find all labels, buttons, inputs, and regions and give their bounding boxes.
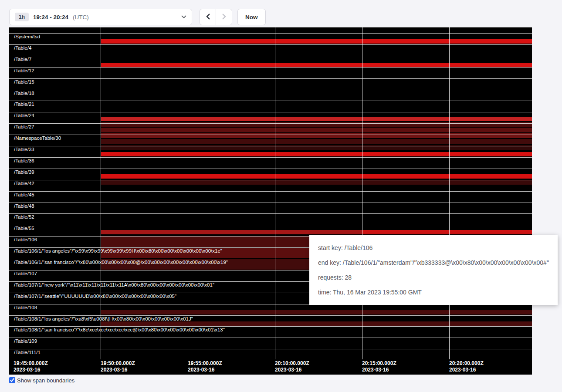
row-label: /Table/108/1/"los angeles"/"\xa8\xf5\u00… (14, 316, 193, 322)
heat-band (362, 230, 532, 234)
x-axis-time: 20:10:00.000Z (275, 360, 309, 367)
show-span-boundaries-label: Show span boundaries (17, 377, 74, 384)
span-boundary-line (9, 90, 532, 90)
span-boundary-line (9, 135, 532, 135)
heat-band (101, 310, 532, 314)
time-range-select[interactable]: 1h 19:24 - 20:24 (UTC) (9, 9, 192, 25)
row-label: /Table/42 (14, 181, 34, 186)
time-range-text: 19:24 - 20:24 (33, 14, 68, 20)
x-axis-time: 20:20:00.000Z (449, 360, 484, 367)
x-axis-label: 20:20:00.000Z2023-03-16 (449, 360, 484, 373)
span-boundary-line (9, 203, 532, 203)
span-boundary-line (9, 157, 532, 158)
span-boundary-line (9, 349, 532, 349)
span-boundary-line (9, 44, 532, 45)
x-axis-label: 19:50:00.000Z2023-03-16 (101, 360, 135, 373)
span-boundary-line (9, 67, 532, 68)
heat-band (101, 133, 532, 138)
heat-band (101, 128, 532, 132)
heat-band (101, 39, 532, 44)
row-label: /NamespaceTable/30 (14, 135, 61, 141)
time-zone-text: (UTC) (73, 14, 89, 20)
now-button[interactable]: Now (237, 9, 266, 25)
duration-badge: 1h (15, 13, 29, 21)
span-tooltip: start key: /Table/106 end key: /Table/10… (309, 235, 558, 305)
span-boundaries-control: Show span boundaries (9, 377, 74, 384)
time-bucket-line (362, 27, 362, 359)
heat-band (101, 139, 532, 144)
show-span-boundaries-checkbox[interactable] (9, 377, 15, 383)
row-label: /System/tsd (14, 34, 40, 40)
tooltip-end-key: end key: /Table/106/1/"amsterdam"/"\xb33… (318, 255, 549, 270)
span-boundary-line (9, 213, 532, 214)
span-boundary-line (9, 112, 532, 112)
span-boundary-line (9, 225, 532, 225)
tooltip-requests: requests: 28 (318, 270, 549, 285)
row-label: /Table/107 (14, 271, 37, 277)
heat-band (101, 122, 532, 127)
row-label: /Table/109 (14, 338, 37, 344)
x-axis-date: 2023-03-16 (188, 367, 222, 373)
heat-band (101, 180, 532, 185)
x-axis-label: 19:45:00.000Z2023-03-16 (14, 360, 48, 373)
row-label: /Table/107/1/"new york"/"\x11\x11\x11\x1… (14, 282, 214, 288)
row-label: /Table/48 (14, 203, 34, 209)
x-axis-time: 19:50:00.000Z (101, 360, 135, 367)
row-label: /Table/24 (14, 113, 34, 118)
row-label: /Table/18 (14, 91, 34, 96)
span-boundary-line (9, 123, 532, 124)
row-label: /Table/55 (14, 226, 34, 231)
span-boundary-line (9, 315, 532, 316)
prev-time-button[interactable] (200, 9, 216, 25)
x-axis-label: 20:10:00.000Z2023-03-16 (275, 360, 309, 373)
next-time-button[interactable] (216, 9, 232, 25)
x-axis-time: 20:15:00.000Z (362, 360, 396, 367)
heat-band (101, 117, 532, 121)
x-axis-date: 2023-03-16 (101, 367, 135, 373)
row-label: /Table/33 (14, 147, 34, 152)
x-axis-label: 19:55:00.000Z2023-03-16 (188, 360, 222, 373)
row-label: /Table/106/1/"los angeles"/"\x99\x99\x99… (14, 248, 222, 254)
span-boundary-line (9, 101, 532, 101)
tooltip-start-key: start key: /Table/106 (318, 240, 549, 255)
x-axis-label: 20:15:00.000Z2023-03-16 (362, 360, 396, 373)
x-axis-date: 2023-03-16 (362, 367, 396, 373)
chevron-down-icon (181, 15, 186, 19)
row-label: /Table/39 (14, 169, 34, 175)
heat-band (101, 321, 532, 326)
time-nav-group (200, 9, 232, 25)
row-label: /Table/52 (14, 214, 34, 220)
x-axis-time: 19:45:00.000Z (14, 360, 48, 367)
x-axis-date: 2023-03-16 (449, 367, 484, 373)
span-boundary-line (9, 33, 532, 34)
span-boundary-line (9, 27, 532, 27)
row-label: /Table/4 (14, 45, 31, 51)
tooltip-time: time: Thu, 16 Mar 2023 19:55:00 GMT (318, 285, 549, 300)
span-boundary-line (9, 180, 532, 180)
row-label: /Table/108/1/"san francisco"/"\x8c\xcc\x… (14, 327, 225, 333)
x-axis-date: 2023-03-16 (275, 367, 309, 373)
heat-band (101, 152, 532, 156)
row-label: /Table/36 (14, 158, 34, 164)
span-boundary-line (9, 169, 532, 169)
x-axis-time: 19:55:00.000Z (188, 360, 222, 367)
span-boundary-line (9, 78, 532, 79)
row-label: /Table/12 (14, 68, 34, 74)
row-label: /Table/15 (14, 79, 34, 85)
span-boundary-line (9, 338, 532, 338)
span-boundary-line (9, 56, 532, 56)
row-label: /Table/108 (14, 305, 37, 311)
heat-band (101, 174, 532, 179)
row-label: /Table/106/1/"san francisco"/"\x80\x00\x… (14, 260, 228, 265)
span-boundary-line (9, 326, 532, 327)
x-axis-date: 2023-03-16 (14, 367, 48, 373)
span-boundary-line (9, 191, 532, 192)
key-visualizer-canvas[interactable]: /System/tsd/Table/4/Table/7/Table/12/Tab… (9, 27, 532, 375)
time-bucket-line (101, 27, 101, 359)
time-bucket-line (449, 27, 450, 359)
row-label: /Table/111/1 (14, 350, 41, 355)
chevron-left-icon (206, 14, 210, 21)
time-bucket-line (275, 27, 275, 359)
heat-band (101, 230, 362, 234)
row-label: /Table/106 (14, 237, 37, 243)
